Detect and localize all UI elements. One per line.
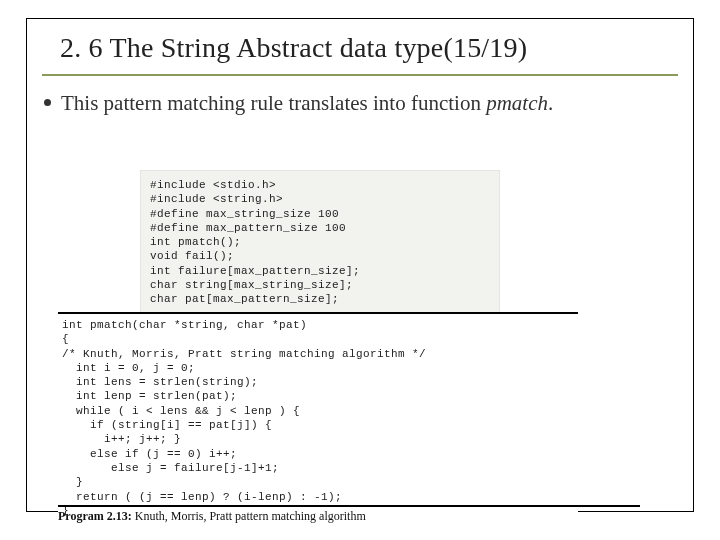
slide-title: 2. 6 The String Abstract data type(15/19… (60, 32, 684, 64)
bullet-row: This pattern matching rule translates in… (44, 90, 664, 116)
slide: 2. 6 The String Abstract data type(15/19… (0, 0, 720, 540)
program-caption: Program 2.13: Knuth, Morris, Pratt patte… (58, 509, 640, 524)
bullet-italic: pmatch (486, 91, 548, 115)
bullet-prefix: This pattern matching rule translates in… (61, 91, 486, 115)
bullet-text: This pattern matching rule translates in… (61, 90, 553, 116)
code-block-declarations: #include <stdio.h> #include <string.h> #… (140, 170, 500, 315)
caption-bar: Program 2.13: Knuth, Morris, Pratt patte… (58, 505, 640, 524)
caption-label: Program 2.13: (58, 509, 132, 523)
code-function: int pmatch(char *string, char *pat) { /*… (62, 318, 574, 518)
code-declarations: #include <stdio.h> #include <string.h> #… (150, 178, 490, 307)
bullet-icon (44, 99, 51, 106)
caption-text: Knuth, Morris, Pratt pattern matching al… (132, 509, 366, 523)
bullet-suffix: . (548, 91, 553, 115)
code-block-function: int pmatch(char *string, char *pat) { /*… (58, 312, 578, 520)
title-rule (42, 74, 678, 76)
